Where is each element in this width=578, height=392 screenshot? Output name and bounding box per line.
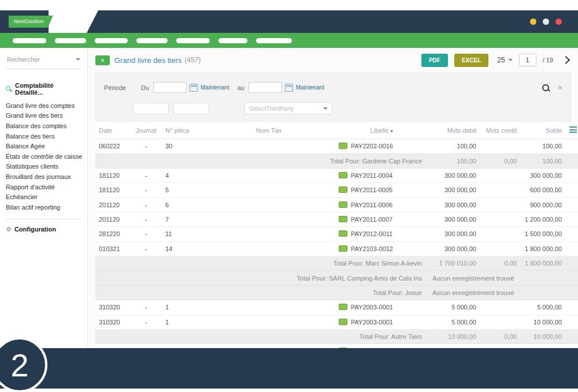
sidebar-item[interactable]: Echéancier	[6, 192, 81, 202]
cell-credit	[480, 300, 520, 315]
ledger-table: Date Journal N° pièce Nom Tier Libellé▾ …	[95, 122, 578, 348]
app-logo[interactable]: NextGestion	[9, 16, 53, 28]
cell-debit: 100,00	[428, 139, 480, 154]
cell-solde: 1 200 000,00	[520, 212, 565, 226]
total-solde: 1 800 000,00	[520, 256, 565, 271]
column-header-libelle[interactable]: Libellé▾	[335, 122, 428, 139]
third-party-select[interactable]: SelectThirdParty	[244, 102, 332, 114]
sidebar-item[interactable]: Brouillard des journaux	[6, 171, 81, 182]
cell-debit: 400 000,00	[428, 344, 480, 348]
sidebar-search-select[interactable]: Rechercher	[6, 55, 81, 69]
next-page-icon[interactable]	[562, 56, 570, 64]
column-header-piece[interactable]: N° pièce	[162, 122, 202, 139]
date-from-input[interactable]	[153, 82, 187, 93]
total-label: Total Pour: SARL Camping Amis de Cala Ir…	[95, 271, 428, 285]
calendar-icon[interactable]	[190, 84, 198, 92]
sidebar-item[interactable]: Balance Agée	[6, 141, 81, 151]
cell-credit	[480, 344, 520, 348]
cell-piece: 14	[162, 241, 202, 256]
maintenant-from-link[interactable]: Maintenant	[201, 84, 229, 91]
cell-debit: 300 000,00	[428, 227, 480, 241]
total-label: Total Pour: Garderie Cap France	[95, 154, 428, 168]
topbar: NextGestion	[0, 10, 578, 33]
cell-date: 181120	[95, 183, 130, 197]
nav-item[interactable]	[55, 38, 86, 43]
cell-nom-tier	[202, 197, 335, 212]
cell-piece: 6	[162, 197, 202, 212]
cell-debit: 300 000,00	[428, 197, 480, 212]
journal-filter-input[interactable]	[133, 103, 169, 114]
nav-item[interactable]	[176, 38, 210, 43]
cell-options	[565, 256, 578, 271]
cell-nom-tier	[202, 315, 335, 329]
sidebar-item[interactable]: États de contrôle de caisse	[6, 151, 81, 162]
sidebar-item[interactable]: Balance des comptes	[6, 121, 81, 131]
total-credit: 0,00	[480, 154, 520, 168]
cell-nom-tier	[202, 241, 335, 256]
cell-piece: 4	[162, 168, 202, 182]
cell-libelle: PAY2011-0005	[335, 183, 428, 197]
cell-credit	[480, 315, 520, 329]
du-label: Du	[141, 84, 149, 91]
sidebar-item[interactable]: Grand livre des comptes	[6, 100, 81, 111]
au-label: au	[237, 84, 244, 91]
sidebar-item[interactable]: Statistiques clients	[6, 162, 81, 172]
cell-libelle: PAY2003-0001	[335, 315, 428, 329]
table-row: 201120-7PAY2011-0007300 000,001 200 000,…	[95, 212, 578, 226]
table-row: 010321-14PAY2103-0012300 000,001 800 000…	[95, 241, 578, 256]
excel-button[interactable]: EXCEL	[454, 54, 488, 67]
cell-options	[565, 139, 578, 154]
page-size-select[interactable]: 25	[497, 56, 512, 64]
clear-filters-icon[interactable]: ×	[558, 84, 562, 92]
cell-options	[565, 271, 578, 285]
period-filter-row: Période Du Maintenant au Maintenant ×	[104, 82, 562, 93]
nav-item[interactable]	[13, 38, 46, 43]
sidebar-item[interactable]: Bilan actif reporting	[6, 202, 81, 212]
third-party-placeholder: SelectThirdParty	[249, 105, 294, 112]
sidebar-item[interactable]: Balance des tiers	[6, 131, 81, 141]
nav-item[interactable]	[136, 38, 168, 43]
column-header-options[interactable]	[565, 122, 578, 139]
pdf-button[interactable]: PDF	[421, 54, 448, 67]
window-dot-yellow[interactable]	[530, 18, 536, 25]
table-row: 060222-30PAY2202-0016100,00100,00	[95, 139, 578, 154]
list-icon[interactable]	[569, 126, 577, 133]
calendar-icon[interactable]	[285, 84, 293, 92]
cell-solde: 600 000,00	[520, 183, 565, 197]
cell-solde: 900 000,00	[520, 197, 565, 212]
sidebar-section-title: Comptabilité Détaillé...	[15, 82, 81, 96]
cell-options	[565, 329, 578, 344]
cash-icon	[339, 230, 347, 237]
sidebar-item[interactable]: Grand livre des tiers	[6, 111, 81, 121]
chevron-down-icon	[76, 58, 80, 61]
page-number-input[interactable]	[519, 54, 536, 66]
cell-journal: -	[130, 315, 162, 329]
nav-item[interactable]	[218, 38, 247, 43]
cell-debit: 5 000,00	[428, 300, 480, 315]
cell-piece: 5	[162, 183, 202, 197]
cell-credit	[480, 168, 520, 182]
record-count: (457)	[184, 56, 201, 64]
window-dot-red[interactable]	[555, 18, 562, 25]
search-icon[interactable]	[542, 84, 550, 92]
cell-piece: 26	[162, 344, 202, 348]
cell-date: 310320	[95, 315, 130, 329]
nav-item[interactable]	[95, 38, 128, 43]
sidebar-item[interactable]: Rapport d'activité	[6, 182, 81, 192]
column-header-journal[interactable]: Journal	[130, 122, 162, 139]
column-header-nom-tier[interactable]: Nom Tier	[202, 122, 335, 139]
sidebar-item-configuration[interactable]: ⚙ Configuration	[6, 226, 81, 233]
column-header-mvts-credit[interactable]: Mvts credit	[480, 122, 520, 139]
maintenant-to-link[interactable]: Maintenant	[296, 84, 324, 91]
nav-item[interactable]	[256, 38, 292, 43]
date-to-input[interactable]	[249, 82, 282, 93]
gear-icon: ⚙	[6, 226, 12, 233]
column-header-solde[interactable]: Solde	[520, 122, 565, 139]
total-credit: 0,00	[480, 329, 520, 344]
cell-libelle: PAY2103-0012	[335, 241, 428, 256]
table-row: 181120-5PAY2011-0005300 000,00600 000,00	[95, 183, 578, 197]
window-dot-light[interactable]	[543, 18, 549, 25]
column-header-mvts-debit[interactable]: Mvts debit	[428, 122, 480, 139]
column-header-date[interactable]: Date	[95, 122, 130, 139]
piece-filter-input[interactable]	[173, 103, 209, 114]
